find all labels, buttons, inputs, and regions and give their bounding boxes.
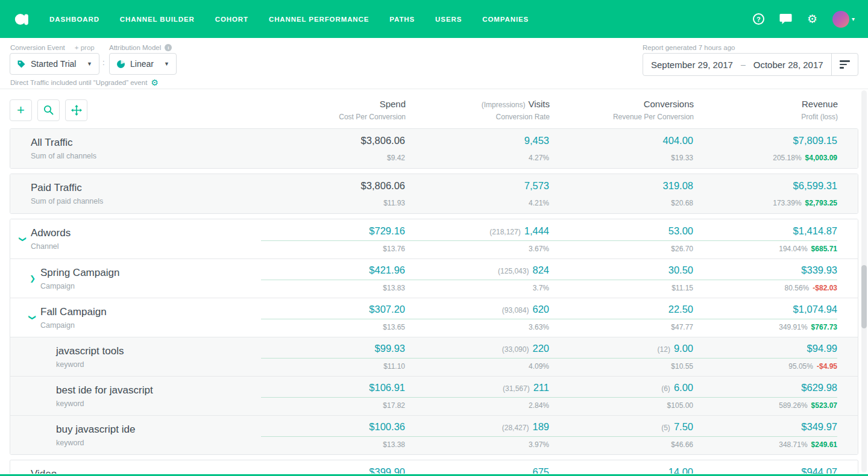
attribution-logo[interactable] — [13, 10, 31, 28]
visits-value[interactable]: 7,573 — [405, 180, 549, 195]
chevron-right-icon[interactable]: ❯ — [30, 275, 40, 282]
revenue-value[interactable]: $339.93 — [693, 265, 837, 280]
conversions-cell[interactable]: (12)9.00$10.55 — [549, 343, 693, 371]
gear-icon[interactable]: ⚙ — [807, 13, 817, 25]
revenue-value[interactable]: $349.97 — [693, 421, 837, 437]
conversions-cell[interactable]: 30.50$11.15 — [549, 265, 693, 292]
table-row[interactable]: ❯AdwordsChannel$729.16$13.76(218,127)1,4… — [10, 219, 858, 258]
conversions-value[interactable]: (12)9.00 — [549, 343, 693, 359]
table-row[interactable]: ❯Fall CampaignCampaign$307.20$13.65(93,0… — [10, 298, 858, 337]
settings-gear-icon[interactable]: ⚙ — [151, 78, 159, 87]
date-start[interactable]: September 29, 2017 — [643, 60, 741, 70]
conversions-cell[interactable]: 22.50$47.77 — [549, 304, 693, 331]
nav-item-users[interactable]: USERS — [435, 16, 462, 23]
add-prop-link[interactable]: + prop — [75, 44, 95, 51]
conversion-event-dropdown[interactable]: Started Trial ▼ — [10, 53, 99, 75]
spend-value[interactable]: $100.36 — [261, 421, 405, 437]
conversions-value[interactable]: 404.00 — [549, 135, 693, 150]
spend-cell[interactable]: $106.91$17.82 — [261, 382, 405, 410]
spend-value[interactable]: $99.93 — [261, 343, 405, 359]
nav-item-dashboard[interactable]: DASHBOARD — [49, 16, 99, 23]
visits-cell[interactable]: (93,084)6203.63% — [405, 304, 549, 331]
spend-cell[interactable]: $3,806.06$11.93 — [261, 180, 405, 207]
revenue-cell[interactable]: $339.9380.56%-$82.03 — [693, 265, 837, 292]
visits-cell[interactable]: 675 — [405, 466, 549, 474]
spend-value[interactable]: $421.96 — [261, 265, 405, 280]
conversions-value[interactable]: 22.50 — [549, 304, 693, 319]
conversions-cell[interactable]: 404.00$19.33 — [549, 135, 693, 162]
visits-value[interactable]: (33,090)220 — [405, 343, 549, 359]
table-row[interactable]: ❯javascript toolskeyword$99.93$11.10(33,… — [10, 337, 858, 376]
avatar[interactable] — [832, 11, 849, 28]
conversions-value[interactable]: (5)7.50 — [549, 421, 693, 437]
spend-value[interactable]: $3,806.06 — [261, 180, 405, 195]
chat-icon[interactable] — [779, 13, 792, 25]
table-row[interactable]: ❯All TrafficSum of all channels$3,806.06… — [10, 129, 858, 168]
chevron-down-icon[interactable]: ❯ — [30, 314, 40, 321]
visits-value[interactable]: (31,567)211 — [405, 382, 549, 398]
nav-item-companies[interactable]: COMPANIES — [482, 16, 529, 23]
visits-cell[interactable]: 7,5734.21% — [405, 180, 549, 207]
nav-item-paths[interactable]: PATHS — [389, 16, 415, 23]
conversions-cell[interactable]: 14.00 — [549, 466, 693, 474]
table-row[interactable]: ❯Spring CampaignCampaign$421.96$13.83(12… — [10, 258, 858, 298]
account-menu[interactable]: ▾ — [832, 11, 855, 28]
conversions-value[interactable]: 14.00 — [549, 466, 693, 474]
conversions-value[interactable]: 30.50 — [549, 265, 693, 280]
info-icon[interactable]: i — [165, 44, 172, 51]
revenue-cell[interactable]: $94.9995.05%-$4.95 — [693, 343, 837, 371]
nav-item-cohort[interactable]: COHORT — [215, 16, 248, 23]
spend-value[interactable]: $307.20 — [261, 304, 405, 319]
visits-cell[interactable]: 9,4534.27% — [405, 135, 549, 162]
revenue-cell[interactable]: $629.98589.26%$523.07 — [693, 382, 837, 410]
date-end[interactable]: October 28, 2017 — [746, 60, 831, 70]
visits-cell[interactable]: (125,043)8243.7% — [405, 265, 549, 292]
add-channel-button[interactable]: + — [10, 99, 32, 121]
revenue-cell[interactable]: $7,809.15205.18%$4,003.09 — [693, 135, 837, 162]
spend-cell[interactable]: $399.90 — [261, 466, 405, 474]
revenue-value[interactable]: $944.07 — [693, 466, 837, 474]
conversions-value[interactable]: 53.00 — [549, 225, 693, 241]
visits-cell[interactable]: (218,127)1,4443.67% — [405, 225, 549, 253]
attribution-model-dropdown[interactable]: Linear ▼ — [109, 53, 177, 75]
conversions-value[interactable]: 319.08 — [549, 180, 693, 195]
table-row[interactable]: ❯VideoChannel$399.90 675 14.00 $944.07 — [10, 460, 858, 474]
table-row[interactable]: ❯best ide for javascriptkeyword$106.91$1… — [10, 376, 858, 415]
vertical-scrollbar[interactable] — [861, 90, 867, 472]
reorder-button[interactable] — [65, 99, 87, 121]
revenue-value[interactable]: $7,809.15 — [693, 135, 837, 150]
visits-value[interactable]: 9,453 — [405, 135, 549, 150]
spend-cell[interactable]: $100.36$13.38 — [261, 421, 405, 449]
revenue-value[interactable]: $629.98 — [693, 382, 837, 398]
conversions-cell[interactable]: (6)6.00$105.00 — [549, 382, 693, 410]
revenue-value[interactable]: $6,599.31 — [693, 180, 837, 195]
spend-cell[interactable]: $99.93$11.10 — [261, 343, 405, 371]
conversions-cell[interactable]: 319.08$20.68 — [549, 180, 693, 207]
spend-value[interactable]: $729.16 — [261, 225, 405, 241]
visits-value[interactable]: (218,127)1,444 — [405, 225, 549, 241]
nav-item-channel-performance[interactable]: CHANNEL PERFORMANCE — [269, 16, 369, 23]
conversions-cell[interactable]: 53.00$26.70 — [549, 225, 693, 253]
visits-cell[interactable]: (31,567)2112.84% — [405, 382, 549, 410]
visits-value[interactable]: (125,043)824 — [405, 265, 549, 280]
report-options-button[interactable] — [831, 54, 858, 75]
help-icon[interactable]: ? — [753, 13, 764, 25]
revenue-value[interactable]: $1,074.94 — [693, 304, 837, 319]
nav-item-channel-builder[interactable]: CHANNEL BUILDER — [120, 16, 195, 23]
search-button[interactable] — [37, 99, 60, 121]
revenue-cell[interactable]: $944.07 — [693, 466, 837, 474]
table-row[interactable]: ❯buy javascript idekeyword$100.36$13.38(… — [10, 415, 858, 454]
spend-cell[interactable]: $3,806.06$9.42 — [261, 135, 405, 162]
spend-value[interactable]: $106.91 — [261, 382, 405, 398]
spend-cell[interactable]: $421.96$13.83 — [261, 265, 405, 292]
visits-value[interactable]: (28,427)189 — [405, 421, 549, 437]
table-row[interactable]: ❯Paid TrafficSum of paid channels$3,806.… — [10, 174, 858, 213]
spend-value[interactable]: $3,806.06 — [261, 135, 405, 150]
chevron-down-icon[interactable]: ❯ — [20, 236, 31, 243]
spend-value[interactable]: $399.90 — [261, 466, 405, 474]
revenue-cell[interactable]: $6,599.31173.39%$2,793.25 — [693, 180, 837, 207]
visits-cell[interactable]: (33,090)2204.09% — [405, 343, 549, 371]
spend-cell[interactable]: $729.16$13.76 — [261, 225, 405, 253]
revenue-value[interactable]: $94.99 — [693, 343, 837, 359]
conversions-value[interactable]: (6)6.00 — [549, 382, 693, 398]
